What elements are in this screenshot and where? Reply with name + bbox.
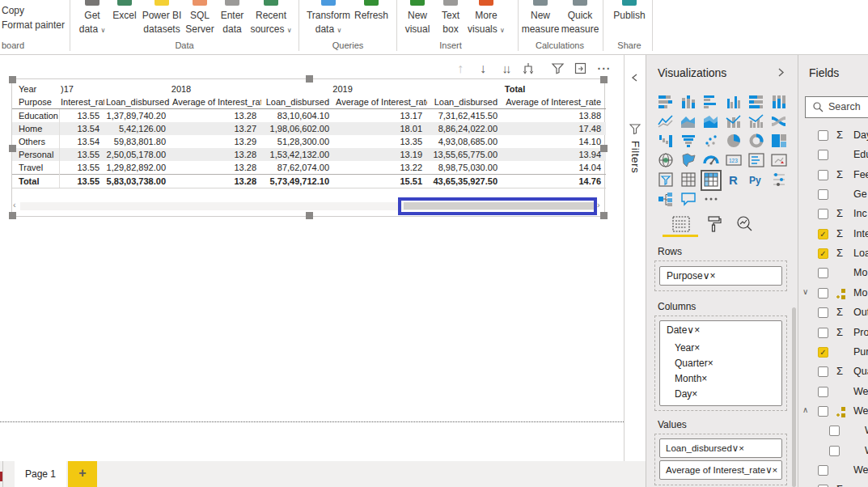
expand-filters-chevron-icon[interactable] bbox=[630, 71, 640, 86]
visual-type-stacked-column-chart-icon[interactable] bbox=[680, 94, 697, 112]
matrix-column-header[interactable]: Loan_disbursed bbox=[427, 95, 502, 109]
matrix-cell[interactable]: 51,28,300.00 bbox=[261, 135, 334, 148]
remove-field-icon[interactable]: × bbox=[694, 324, 700, 336]
matrix-year-header[interactable]: 2018 bbox=[104, 83, 261, 95]
matrix-cell[interactable]: 18.01 bbox=[334, 122, 427, 135]
visual-type-stacked-bar-chart-icon[interactable] bbox=[657, 94, 675, 112]
matrix-total-row[interactable]: Total13.555,83,03,738.0013.285,73,49,712… bbox=[12, 175, 606, 188]
new-page-button[interactable]: + bbox=[68, 461, 97, 487]
filters-collapsed-pane[interactable]: Filters bbox=[624, 55, 646, 461]
matrix-cell[interactable]: 1,29,82,892.00 bbox=[104, 161, 171, 175]
matrix-cell[interactable]: 1,37,89,740.20 bbox=[104, 109, 171, 123]
field-item-qua[interactable]: ΣQua bbox=[798, 362, 868, 382]
hierarchy-level-month[interactable]: Month× bbox=[660, 371, 781, 387]
field-item-w[interactable]: W bbox=[798, 442, 868, 461]
matrix-cell[interactable]: 1,53,42,132.00 bbox=[261, 148, 334, 161]
visual-type-stacked-area-chart-icon[interactable] bbox=[702, 113, 720, 131]
field-checkbox[interactable] bbox=[818, 130, 828, 141]
tab-format[interactable] bbox=[703, 215, 724, 235]
matrix-row[interactable]: Home13.545,42,126.0013.271,98,06,602.001… bbox=[12, 122, 606, 135]
matrix-cell[interactable]: 13.35 bbox=[334, 135, 427, 148]
go-to-next-level-icon[interactable]: ↓↓ bbox=[497, 61, 514, 78]
expand-collapse-chevron-icon[interactable]: ∨ bbox=[802, 287, 808, 296]
matrix-cell[interactable]: 13.28 bbox=[171, 148, 261, 161]
field-item-we[interactable]: We bbox=[798, 461, 868, 481]
matrix-cell[interactable]: 14.10 bbox=[502, 135, 606, 148]
matrix-cell[interactable]: 13.54 bbox=[59, 122, 104, 135]
field-pill-purpose[interactable]: Purpose∨× bbox=[659, 266, 782, 286]
field-checkbox[interactable] bbox=[818, 288, 828, 299]
more-options-icon[interactable]: ··· bbox=[595, 61, 613, 78]
field-checkbox[interactable] bbox=[818, 406, 828, 417]
matrix-cell[interactable]: 87,62,074.00 bbox=[261, 161, 334, 175]
visual-type-q-and-a-icon[interactable] bbox=[680, 191, 697, 209]
hierarchy-level-quarter[interactable]: Quarter× bbox=[660, 356, 781, 371]
visual-type-waterfall-chart-icon[interactable] bbox=[657, 133, 675, 150]
field-item-mo[interactable]: ∨Mo bbox=[798, 284, 868, 303]
visual-type-funnel-chart-icon[interactable] bbox=[680, 133, 697, 150]
matrix-row[interactable]: Others13.5459,83,801.8013.2951,28,300.00… bbox=[12, 135, 606, 148]
filter-icon[interactable] bbox=[548, 61, 566, 78]
visual-type-key-influencers-icon[interactable] bbox=[770, 172, 788, 189]
drill-up-icon[interactable]: ↑ bbox=[451, 61, 469, 78]
tab-fields[interactable] bbox=[671, 215, 692, 235]
field-pill-date[interactable]: Date∨× bbox=[660, 321, 781, 341]
field-checkbox[interactable] bbox=[818, 328, 828, 338]
visual-type-multi-row-card-icon[interactable] bbox=[747, 152, 765, 170]
matrix-row[interactable]: Personal13.552,50,05,178.0013.281,53,42,… bbox=[12, 148, 606, 161]
visual-type-decomposition-tree-icon[interactable] bbox=[657, 191, 675, 209]
matrix-row-header[interactable]: Education bbox=[12, 109, 59, 123]
visual-type-line-and-stacked-column-chart-icon[interactable] bbox=[725, 113, 743, 131]
matrix-row-header[interactable]: Travel bbox=[12, 161, 59, 175]
field-checkbox[interactable] bbox=[829, 426, 840, 436]
matrix-cell[interactable]: 13.54 bbox=[59, 135, 104, 148]
visual-type-python-visual-icon[interactable]: Py bbox=[747, 172, 765, 189]
columns-well[interactable]: Date∨×Year×Quarter×Month×Day× bbox=[654, 315, 787, 411]
field-checkbox[interactable] bbox=[829, 446, 840, 456]
visual-type-table-icon[interactable] bbox=[680, 172, 697, 189]
field-item-we[interactable]: We bbox=[798, 383, 868, 402]
matrix-cell[interactable]: 4,93,08,685.00 bbox=[427, 135, 502, 148]
matrix-cell[interactable]: 13.94 bbox=[502, 148, 606, 161]
visual-type-kpi-icon[interactable] bbox=[770, 152, 788, 170]
visual-type-donut-chart-icon[interactable] bbox=[747, 133, 765, 150]
matrix-cell[interactable]: 13.17 bbox=[334, 109, 427, 123]
field-item-day[interactable]: ΣDay bbox=[798, 126, 868, 146]
matrix-row[interactable]: Travel13.551,29,82,892.0013.2887,62,074.… bbox=[12, 161, 606, 175]
matrix-cell[interactable]: 13.22 bbox=[334, 161, 427, 175]
hierarchy-level-day[interactable]: Day× bbox=[660, 387, 781, 402]
visual-type-gauge-icon[interactable] bbox=[702, 152, 720, 170]
matrix-row-header[interactable]: Home bbox=[12, 122, 59, 135]
visual-type-card-icon[interactable]: 123 bbox=[725, 152, 743, 170]
matrix-cell[interactable]: 13.55 bbox=[59, 161, 104, 175]
chevron-down-icon[interactable]: ∨ bbox=[687, 324, 694, 336]
field-checkbox-checked[interactable]: ✓ bbox=[818, 347, 828, 358]
remove-field-icon[interactable]: × bbox=[739, 443, 744, 453]
matrix-cell[interactable]: 13.28 bbox=[171, 109, 261, 123]
field-pill-loan-disbursed[interactable]: Loan_disbursed∨× bbox=[659, 438, 782, 458]
matrix-row-header[interactable]: Personal bbox=[12, 148, 59, 161]
visual-resize-handle[interactable] bbox=[9, 145, 16, 152]
focus-mode-icon[interactable] bbox=[571, 61, 589, 78]
visual-type-area-chart-icon[interactable] bbox=[680, 113, 697, 131]
matrix-year-header[interactable]: 2019 bbox=[261, 83, 427, 95]
matrix-cell[interactable]: 59,83,801.80 bbox=[104, 135, 171, 148]
field-checkbox[interactable] bbox=[818, 307, 828, 318]
visual-resize-handle[interactable] bbox=[600, 212, 608, 219]
field-item-ge[interactable]: Ge bbox=[798, 185, 868, 205]
visual-type-scatter-chart-icon[interactable] bbox=[702, 133, 720, 150]
chevron-down-icon[interactable]: ∨ bbox=[732, 443, 739, 453]
drill-down-icon[interactable]: ↓ bbox=[474, 61, 492, 78]
expand-collapse-chevron-icon[interactable]: ∧ bbox=[802, 405, 808, 414]
matrix-cell[interactable]: 5,42,126.00 bbox=[104, 122, 171, 135]
visual-type-clustered-bar-chart-icon[interactable] bbox=[702, 94, 720, 112]
matrix-row[interactable]: Education13.551,37,89,740.2013.2883,10,6… bbox=[12, 109, 606, 123]
matrix-column-header[interactable]: Loan_disbursed bbox=[104, 95, 171, 109]
visual-resize-handle[interactable] bbox=[9, 76, 16, 83]
matrix-cell[interactable]: 8,86,24,022.00 bbox=[427, 122, 502, 135]
chevron-down-icon[interactable]: ∨ bbox=[703, 270, 710, 282]
field-checkbox[interactable] bbox=[818, 170, 828, 180]
remove-field-icon[interactable]: × bbox=[710, 270, 716, 282]
matrix-cell[interactable]: 2,50,05,178.00 bbox=[104, 148, 171, 161]
field-item-partial[interactable]: Σ bbox=[798, 481, 868, 487]
